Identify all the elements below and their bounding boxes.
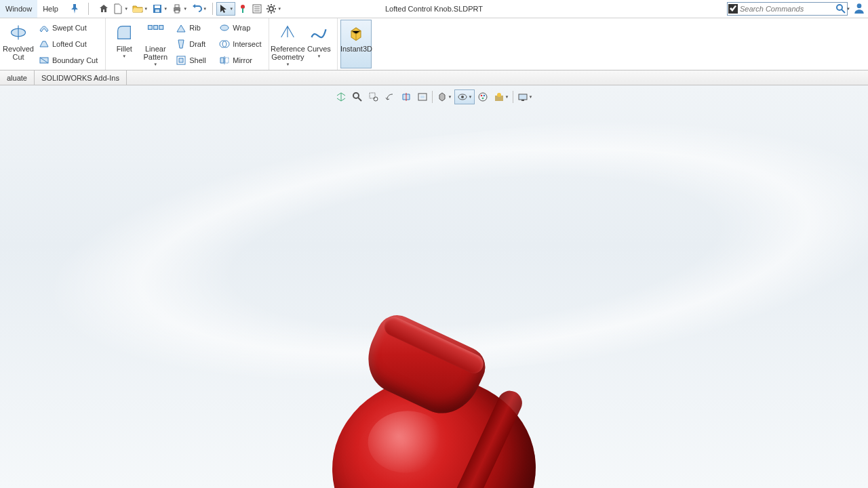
lofted-cut-button[interactable]: Lofted Cut (35, 37, 101, 52)
svg-rect-1 (155, 5, 160, 8)
curves-button[interactable]: Curves ▼ (303, 20, 334, 68)
section-view-button[interactable] (398, 89, 414, 104)
chevron-down-icon: ▼ (448, 95, 452, 99)
select-button[interactable]: ▼ (216, 2, 235, 16)
revolved-cut-icon (9, 23, 28, 42)
svg-point-37 (461, 96, 464, 98)
home-icon (98, 3, 109, 14)
hide-show-icon (457, 92, 468, 102)
magnifier-icon (835, 3, 846, 14)
view-settings-button[interactable]: ▼ (515, 89, 535, 104)
divider (432, 91, 433, 103)
display-style-button[interactable]: ▼ (434, 89, 454, 104)
view-orientation-button[interactable] (333, 89, 349, 104)
print-button[interactable]: ▼ (170, 2, 189, 16)
fillet-button[interactable]: Fillet ▼ (108, 20, 140, 68)
undo-icon (191, 3, 202, 14)
draft-button[interactable]: Draft (172, 37, 213, 52)
rib-button[interactable]: Rib (172, 20, 213, 35)
svg-rect-5 (175, 10, 179, 13)
dynamic-annotation-button[interactable] (414, 89, 431, 104)
svg-point-12 (269, 7, 273, 11)
svg-point-29 (353, 93, 359, 98)
reference-geometry-button[interactable]: Reference Geometry ▼ (272, 20, 303, 68)
svg-line-30 (358, 98, 361, 101)
login-button[interactable] (850, 2, 865, 16)
print-icon (172, 3, 182, 14)
shell-button[interactable]: Shell (172, 53, 213, 68)
file-properties-button[interactable] (250, 2, 264, 16)
linear-pattern-button[interactable]: Linear Pattern ▼ (140, 20, 171, 68)
svg-point-25 (220, 25, 229, 30)
menu-bar: Window Help ▼ ▼ ▼ ▼ (0, 0, 868, 18)
home-button[interactable] (97, 2, 111, 16)
swept-cut-button[interactable]: Swept Cut (35, 20, 101, 35)
cursor-icon (218, 3, 229, 14)
heads-up-view-toolbar: ▼ ▼ ▼ ▼ (333, 89, 535, 104)
svg-point-40 (484, 95, 486, 97)
intersect-button[interactable]: Intersect (216, 37, 264, 52)
save-button[interactable]: ▼ (151, 2, 170, 16)
zoom-to-fit-button[interactable] (349, 89, 366, 104)
new-document-icon (113, 3, 123, 14)
zoom-to-area-button[interactable] (366, 89, 382, 104)
lofted-cut-icon (39, 39, 50, 49)
svg-point-32 (374, 97, 378, 101)
apply-scene-button[interactable]: ▼ (491, 89, 511, 104)
document-title: Lofted Control Knob.SLDPRT (385, 5, 483, 13)
tab-solidworks-addins[interactable]: SOLIDWORKS Add-Ins (35, 70, 127, 85)
menu-window[interactable]: Window (0, 0, 37, 18)
rebuild-button[interactable] (236, 2, 250, 16)
chevron-down-icon: ▼ (469, 95, 473, 99)
hide-show-items-button[interactable]: ▼ (454, 89, 475, 104)
open-button[interactable]: ▼ (131, 2, 150, 16)
undo-button[interactable]: ▼ (190, 2, 209, 16)
svg-rect-44 (519, 94, 527, 100)
boundary-cut-button[interactable]: Boundary Cut (35, 53, 101, 68)
rib-icon (176, 22, 186, 33)
svg-rect-2 (155, 9, 159, 12)
part-model-render (326, 329, 542, 488)
annotation-views-icon (417, 92, 428, 102)
instant3d-button[interactable]: Instant3D (340, 20, 372, 68)
menu-help[interactable]: Help (37, 0, 64, 18)
new-document-button[interactable]: ▼ (111, 2, 130, 16)
revolved-cut-button[interactable]: Revolved Cut (3, 20, 34, 68)
search-commands-box[interactable]: ▼ (727, 2, 848, 16)
swept-cut-icon (39, 22, 50, 33)
mirror-button[interactable]: Mirror (216, 53, 264, 68)
user-icon (853, 2, 865, 14)
chevron-down-icon: ▼ (529, 95, 533, 99)
appearance-icon (477, 92, 488, 102)
intersect-icon (219, 39, 230, 49)
options-button[interactable]: ▼ (264, 2, 283, 16)
graphics-viewport[interactable]: ▼ ▼ ▼ ▼ (0, 85, 868, 488)
pin-icon (69, 3, 80, 14)
wrap-button[interactable]: Wrap (216, 20, 264, 35)
search-input[interactable] (738, 3, 835, 15)
properties-icon (252, 3, 262, 14)
svg-point-38 (479, 93, 487, 101)
svg-point-41 (482, 98, 484, 100)
chevron-down-icon: ▼ (229, 7, 233, 11)
divider (212, 3, 213, 15)
chevron-down-icon: ▼ (124, 7, 128, 11)
tab-evaluate[interactable]: aluate (0, 70, 35, 85)
pin-menu-button[interactable] (64, 0, 85, 18)
chevron-down-icon: ▼ (144, 7, 148, 11)
chevron-down-icon: ▼ (203, 7, 207, 11)
magnifier-icon (352, 92, 363, 102)
chevron-down-icon: ▼ (277, 7, 281, 11)
previous-view-icon (384, 92, 395, 102)
command-manager-tabs: aluate SOLIDWORKS Add-Ins (0, 70, 868, 85)
svg-line-15 (842, 9, 845, 13)
previous-view-button[interactable] (382, 89, 398, 104)
search-button[interactable] (835, 3, 846, 14)
edit-appearance-button[interactable] (475, 89, 491, 104)
draft-icon (176, 39, 186, 49)
svg-point-14 (837, 5, 842, 10)
instant3d-icon (347, 23, 366, 42)
svg-rect-20 (149, 26, 153, 30)
quick-access-toolbar: ▼ ▼ ▼ ▼ ▼ ▼ (92, 0, 283, 18)
boundary-cut-icon (39, 55, 50, 66)
